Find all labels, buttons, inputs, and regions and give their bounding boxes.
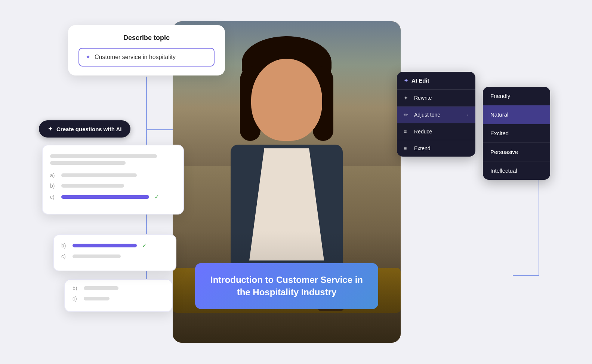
reduce-icon: ≡ [404,129,410,135]
tone-friendly-label: Friendly [490,93,510,99]
option-bar-a [61,173,137,177]
tone-friendly[interactable]: Friendly [483,87,550,105]
answer-option-a[interactable]: a) [50,172,176,178]
tone-natural[interactable]: Natural [483,105,550,124]
check-icon: ✓ [154,193,159,200]
option-label-a: a) [50,172,58,178]
describe-card-title: Describe topic [78,34,215,42]
option-bar-b2-correct [73,244,137,247]
describe-topic-card: Describe topic ✦ Customer service in hos… [68,25,225,75]
tone-excited-label: Excited [490,130,509,136]
face-skin [251,59,322,141]
adjust-tone-label: Adjust tone [414,112,440,118]
quiz-card-2: b) ✓ c) [53,234,176,271]
tone-persuasive[interactable]: Persuasive [483,143,550,161]
answer-option-c2[interactable]: c) [61,253,168,259]
ai-edit-reduce-item[interactable]: ≡ Reduce [397,123,475,140]
create-questions-label: Create questions with AI [56,126,121,132]
quiz-card-3: b) c) [64,279,173,312]
tone-natural-label: Natural [490,111,508,118]
option-bar-c-correct [61,195,149,199]
ai-edit-header: ✦ AI Edit [397,72,475,90]
question-text [50,154,176,165]
option-bar-c3 [84,297,110,300]
option-label-c2: c) [61,253,69,259]
option-label-c: c) [50,194,58,200]
chevron-right-icon: › [467,112,469,117]
tone-options-panel: Friendly Natural Excited Persuasive Inte… [483,87,550,180]
tone-persuasive-label: Persuasive [490,149,518,155]
intro-card-title: Introduction to Customer Service in the … [206,274,367,299]
option-bar-b [61,184,124,188]
answer-option-b2[interactable]: b) ✓ [61,242,168,249]
reduce-label: Reduce [414,129,432,135]
option-label-b3: b) [73,285,80,291]
tone-excited[interactable]: Excited [483,124,550,143]
intro-overlay-card: Introduction to Customer Service in the … [195,263,378,309]
create-questions-button[interactable]: ✦ Create questions with AI [39,120,130,138]
option-label-c3: c) [73,296,80,302]
extend-label: Extend [414,145,431,151]
describe-input-field[interactable]: ✦ Customer service in hospitality [78,48,215,67]
quiz-card-1: a) b) c) ✓ [42,145,184,215]
answer-option-c[interactable]: c) ✓ [50,193,176,200]
answer-option-b3[interactable]: b) [73,285,164,291]
option-label-b: b) [50,183,58,189]
ai-edit-panel: ✦ AI Edit ✦ Rewrite ✏ Adjust tone › ≡ Re… [397,72,475,157]
describe-input-text: Customer service in hospitality [95,54,176,61]
ai-edit-rewrite-item[interactable]: ✦ Rewrite [397,90,475,107]
ai-edit-adjust-tone-item[interactable]: ✏ Adjust tone › [397,107,475,123]
option-bar-c2 [73,255,121,258]
tone-intellectual[interactable]: Intellectual [483,161,550,180]
tone-intellectual-label: Intellectual [490,167,517,174]
adjust-tone-icon: ✏ [404,112,410,118]
rewrite-label: Rewrite [414,95,432,101]
sparkle-icon: ✦ [85,53,91,61]
check-icon-2: ✓ [142,242,147,249]
answer-option-b[interactable]: b) [50,183,176,189]
option-label-b2: b) [61,243,69,249]
ai-sparkle-icon: ✦ [404,77,408,84]
rewrite-icon: ✦ [404,95,410,101]
ai-edit-extend-item[interactable]: ≡ Extend [397,140,475,157]
answer-option-c3[interactable]: c) [73,296,164,302]
ai-edit-title: AI Edit [411,77,429,84]
option-bar-b3 [84,286,118,290]
sparkle-icon-btn: ✦ [48,126,53,132]
extend-icon: ≡ [404,145,410,151]
